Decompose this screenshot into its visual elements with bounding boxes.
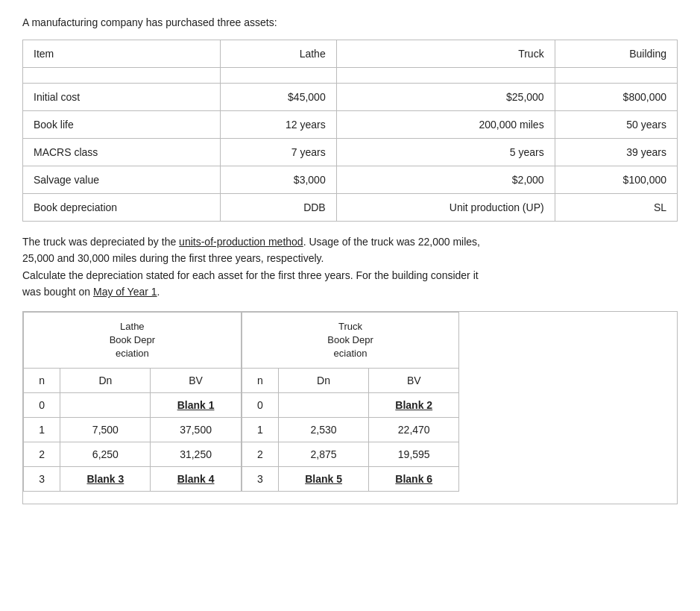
- truck-r2-bv: 19,595: [369, 442, 459, 467]
- truck-macrs: 5 years: [336, 139, 555, 166]
- asset-table-row-book-life: Book life 12 years 200,000 miles 50 year…: [23, 111, 678, 139]
- truck-r3-bv: Blank 6: [369, 467, 459, 492]
- lathe-book-depr: DDB: [221, 194, 336, 222]
- lathe-row-2: 2 6,250 31,250: [24, 442, 242, 467]
- lathe-r1-dn: 7,500: [60, 418, 151, 442]
- lathe-salvage: $3,000: [221, 166, 336, 194]
- asset-table-row-book-depr: Book depreciation DDB Unit production (U…: [23, 194, 678, 222]
- desc-line-1: The truck was depreciated by the units-o…: [22, 234, 678, 250]
- truck-col-dn: Dn: [278, 369, 368, 393]
- row-label-macrs: MACRS class: [23, 139, 221, 166]
- desc-line-4: was bought on May of Year 1.: [22, 283, 678, 300]
- lathe-col-n: n: [24, 369, 60, 393]
- truck-r0-dn: [278, 393, 368, 418]
- row-label-initial-cost: Initial cost: [23, 84, 221, 111]
- truck-book-life: 200,000 miles: [336, 111, 555, 139]
- truck-book-depr: Unit production (UP): [336, 194, 555, 222]
- lathe-calc-table: LatheBook Depreciation n Dn BV 0 Blank 1…: [23, 312, 242, 492]
- asset-table-row-macrs: MACRS class 7 years 5 years 39 years: [23, 139, 678, 166]
- description-block: The truck was depreciated by the units-o…: [22, 234, 678, 301]
- building-calc-area: [459, 312, 678, 504]
- row-label-book-life: Book life: [23, 111, 221, 139]
- lathe-r0-n: 0: [24, 393, 60, 418]
- asset-table-header-row: Item Lathe Truck Building: [23, 40, 678, 68]
- lathe-initial-cost: $45,000: [221, 84, 336, 111]
- truck-r0-bv: Blank 2: [369, 393, 459, 418]
- underline-date: May of Year 1: [93, 286, 157, 298]
- col-truck: Truck: [336, 40, 555, 68]
- truck-r3-n: 3: [242, 467, 278, 492]
- calc-tables-container: LatheBook Depreciation n Dn BV 0 Blank 1…: [22, 311, 678, 505]
- truck-row-0: 0 Blank 2: [242, 393, 459, 418]
- truck-r1-n: 1: [242, 418, 278, 442]
- lathe-col-headers: n Dn BV: [24, 369, 242, 393]
- lathe-r1-n: 1: [24, 418, 60, 442]
- lathe-r3-dn: Blank 3: [60, 467, 151, 492]
- truck-initial-cost: $25,000: [336, 84, 555, 111]
- lathe-r2-n: 2: [24, 442, 60, 467]
- truck-row-3: 3 Blank 5 Blank 6: [242, 467, 459, 492]
- lathe-row-1: 1 7,500 37,500: [24, 418, 242, 442]
- col-building: Building: [555, 40, 677, 68]
- lathe-row-0: 0 Blank 1: [24, 393, 242, 418]
- truck-r2-dn: 2,875: [278, 442, 368, 467]
- asset-table-row-salvage: Salvage value $3,000 $2,000 $100,000: [23, 166, 678, 194]
- row-label-book-depr: Book depreciation: [23, 194, 221, 222]
- building-salvage: $100,000: [555, 166, 677, 194]
- truck-row-2: 2 2,875 19,595: [242, 442, 459, 467]
- truck-col-n: n: [242, 369, 278, 393]
- truck-r3-dn: Blank 5: [278, 467, 368, 492]
- lathe-r0-bv: Blank 1: [151, 393, 241, 418]
- row-label-salvage: Salvage value: [23, 166, 221, 194]
- lathe-header-label: LatheBook Depreciation: [110, 321, 155, 359]
- lathe-r3-bv: Blank 4: [151, 467, 241, 492]
- truck-col-headers: n Dn BV: [242, 369, 459, 393]
- lathe-book-life: 12 years: [221, 111, 336, 139]
- truck-r0-n: 0: [242, 393, 278, 418]
- truck-r1-dn: 2,530: [278, 418, 368, 442]
- building-book-depr: SL: [555, 194, 677, 222]
- asset-table-empty-row: [23, 68, 678, 84]
- truck-calc-table: TruckBook Depreciation n Dn BV 0 Blank 2…: [242, 312, 460, 492]
- lathe-r1-bv: 37,500: [151, 418, 241, 442]
- lathe-col-bv: BV: [151, 369, 241, 393]
- lathe-r3-n: 3: [24, 467, 60, 492]
- truck-salvage: $2,000: [336, 166, 555, 194]
- asset-table-row-initial-cost: Initial cost $45,000 $25,000 $800,000: [23, 84, 678, 111]
- lathe-merged-header: LatheBook Depreciation: [24, 312, 242, 369]
- building-book-life: 50 years: [555, 111, 677, 139]
- underline-method: units-of-production method: [179, 236, 303, 248]
- truck-row-1: 1 2,530 22,470: [242, 418, 459, 442]
- building-macrs: 39 years: [555, 139, 677, 166]
- desc-line-3: Calculate the depreciation stated for ea…: [22, 267, 678, 283]
- lathe-macrs: 7 years: [221, 139, 336, 166]
- intro-text: A manufacturing company has purchased th…: [22, 15, 678, 31]
- col-item: Item: [23, 40, 221, 68]
- truck-header-label: TruckBook Depreciation: [327, 321, 373, 359]
- asset-table: Item Lathe Truck Building Initial cost $…: [22, 40, 678, 222]
- building-initial-cost: $800,000: [555, 84, 677, 111]
- lathe-r2-dn: 6,250: [60, 442, 151, 467]
- truck-col-bv: BV: [369, 369, 459, 393]
- lathe-row-3: 3 Blank 3 Blank 4: [24, 467, 242, 492]
- lathe-col-dn: Dn: [60, 369, 151, 393]
- desc-line-2: 25,000 and 30,000 miles during the first…: [22, 250, 678, 266]
- lathe-r0-dn: [60, 393, 151, 418]
- truck-r2-n: 2: [242, 442, 278, 467]
- truck-merged-header: TruckBook Depreciation: [242, 312, 459, 369]
- lathe-r2-bv: 31,250: [151, 442, 241, 467]
- truck-r1-bv: 22,470: [369, 418, 459, 442]
- col-lathe: Lathe: [221, 40, 336, 68]
